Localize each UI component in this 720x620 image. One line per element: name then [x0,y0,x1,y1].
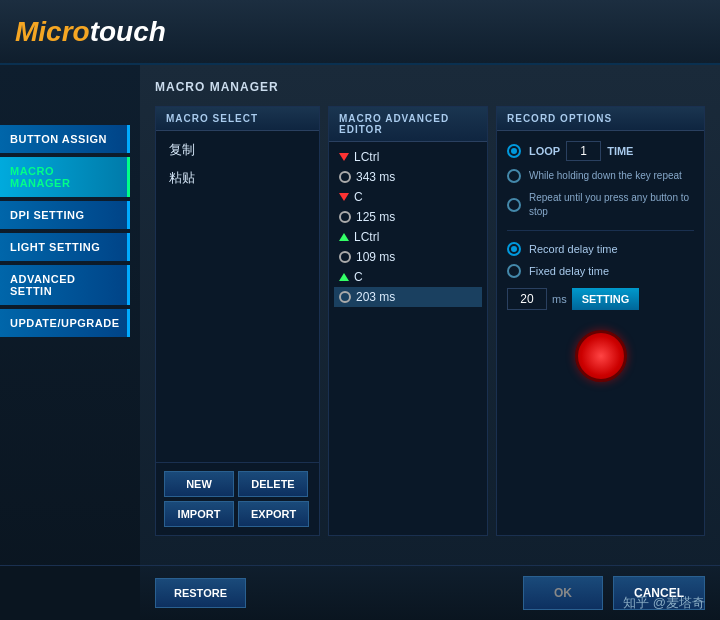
macro-editor-header: MACRO ADVANCED EDITOR [329,107,487,142]
green-up-arrow-icon-4 [339,233,349,241]
record-btn-container [507,330,694,382]
delay-ms-label: ms [552,293,567,305]
green-up-arrow-icon-6 [339,273,349,281]
entry-label-7: 203 ms [356,290,395,304]
record-button[interactable] [575,330,627,382]
red-down-arrow-icon [339,153,349,161]
logo-micro: Micro [15,16,90,47]
repeat-until-label: Repeat until you press any button to sto… [529,191,694,219]
sidebar-item-macro-manager[interactable]: MACRO MANAGER [0,157,130,197]
loop-row: LOOP TIME [507,141,694,161]
sidebar-item-dpi-setting[interactable]: DPI SETTING [0,201,130,229]
record-delay-radio[interactable] [507,242,521,256]
macro-editor-list: LCtrl 343 ms C 125 ms LCtrl [329,142,487,535]
macro-select-panel: MACRO SELECT 复制 粘贴 NEW DELETE IMPORT EXP… [155,106,320,536]
loop-input-row: LOOP TIME [529,141,633,161]
repeat-until-row: Repeat until you press any button to sto… [507,191,694,219]
sidebar-item-advanced-setting[interactable]: ADVANCED SETTIN [0,265,130,305]
watermark: 知乎 @麦塔奇 [623,594,705,612]
clock-icon-3 [339,211,351,223]
delay-value-input[interactable] [507,288,547,310]
clock-icon-1 [339,171,351,183]
sidebar-item-light-setting[interactable]: LIGHT SETTING [0,233,130,261]
loop-radio[interactable] [507,144,521,158]
record-options-panel: RECORD OPTIONS LOOP TIME While holding d… [496,106,705,536]
loop-label: LOOP [529,145,560,157]
record-options-body: LOOP TIME While holding down the key rep… [497,131,704,392]
sidebar-item-button-assign[interactable]: BUTTON ASSIGN [0,125,130,153]
repeat-until-radio[interactable] [507,198,521,212]
sidebar: BUTTON ASSIGN MACRO MANAGER DPI SETTING … [0,65,140,620]
loop-value-input[interactable] [566,141,601,161]
fixed-delay-label: Fixed delay time [529,265,609,277]
while-holding-radio[interactable] [507,169,521,183]
logo-touch: touch [90,16,166,47]
entry-label-4: LCtrl [354,230,379,244]
entry-label-2: C [354,190,363,204]
sidebar-bottom [0,565,140,620]
entry-label-3: 125 ms [356,210,395,224]
clock-icon-7 [339,291,351,303]
ok-button[interactable]: OK [523,576,603,610]
macro-editor-panel: MACRO ADVANCED EDITOR LCtrl 343 ms C 125… [328,106,488,536]
app-logo: Microtouch [15,16,166,48]
record-delay-label: Record delay time [529,243,618,255]
main-content: MACRO MANAGER MACRO SELECT 复制 粘贴 NEW DEL… [140,65,720,620]
new-button[interactable]: NEW [164,471,234,497]
restore-button[interactable]: RESTORE [155,578,246,608]
fixed-delay-row: Fixed delay time [507,264,694,278]
delete-button[interactable]: DELETE [238,471,308,497]
entry-label-1: 343 ms [356,170,395,184]
fixed-delay-radio[interactable] [507,264,521,278]
macro-select-footer: NEW DELETE IMPORT EXPORT [156,462,319,535]
entry-label-6: C [354,270,363,284]
time-label: TIME [607,145,633,157]
while-holding-row: While holding down the key repeat [507,169,694,183]
divider [507,230,694,231]
macro-item-zhantie[interactable]: 粘贴 [161,164,314,192]
macro-select-list: 复制 粘贴 [156,131,319,462]
clock-icon-5 [339,251,351,263]
delay-input-row: ms SETTING [507,288,694,310]
page-title: MACRO MANAGER [155,80,705,94]
editor-entry-7[interactable]: 203 ms [334,287,482,307]
header: Microtouch [0,0,720,65]
editor-entry-6[interactable]: C [334,267,482,287]
while-holding-label: While holding down the key repeat [529,169,682,183]
panels-container: MACRO SELECT 复制 粘贴 NEW DELETE IMPORT EXP… [155,106,705,536]
editor-entry-3[interactable]: 125 ms [334,207,482,227]
editor-entry-0[interactable]: LCtrl [334,147,482,167]
editor-entry-1[interactable]: 343 ms [334,167,482,187]
macro-select-header: MACRO SELECT [156,107,319,131]
editor-entry-5[interactable]: 109 ms [334,247,482,267]
red-down-arrow-icon-2 [339,193,349,201]
macro-item-fuzhi[interactable]: 复制 [161,136,314,164]
editor-entry-4[interactable]: LCtrl [334,227,482,247]
setting-button[interactable]: SETTING [572,288,640,310]
sidebar-item-update-upgrade[interactable]: UPDATE/UPGRADE [0,309,130,337]
record-options-header: RECORD OPTIONS [497,107,704,131]
editor-entry-2[interactable]: C [334,187,482,207]
record-delay-row: Record delay time [507,242,694,256]
entry-label-0: LCtrl [354,150,379,164]
entry-label-5: 109 ms [356,250,395,264]
export-button[interactable]: EXPORT [238,501,309,527]
import-button[interactable]: IMPORT [164,501,234,527]
